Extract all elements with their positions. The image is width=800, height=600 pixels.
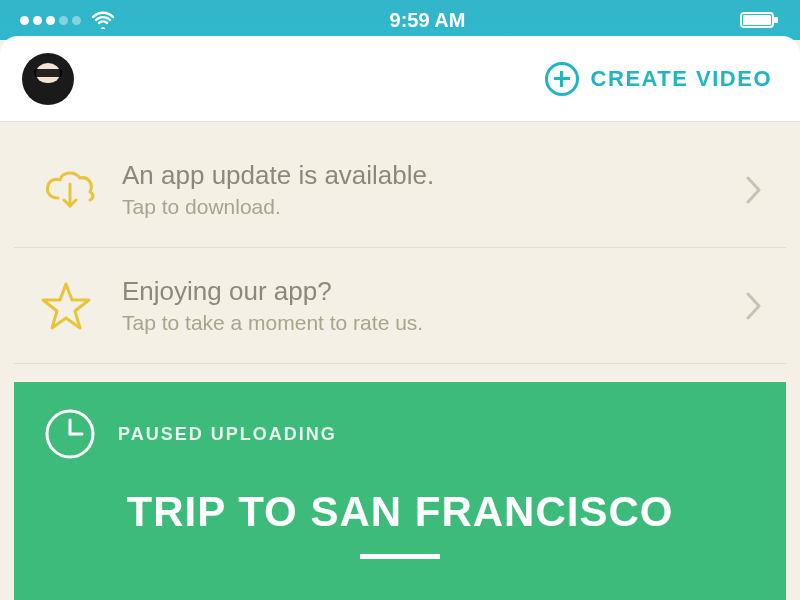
cloud-download-icon bbox=[40, 168, 110, 212]
upload-card[interactable]: PAUSED UPLOADING TRIP TO SAN FRANCISCO bbox=[14, 382, 786, 600]
notice-text: Enjoying our app? Tap to take a moment t… bbox=[110, 276, 744, 335]
battery-icon bbox=[740, 11, 780, 29]
create-video-label: CREATE VIDEO bbox=[591, 66, 772, 92]
upload-status-label: PAUSED UPLOADING bbox=[118, 424, 337, 445]
upload-card-header: PAUSED UPLOADING bbox=[44, 408, 756, 460]
title-underline bbox=[360, 554, 440, 559]
notice-subtitle: Tap to take a moment to rate us. bbox=[122, 311, 744, 335]
plus-circle-icon bbox=[545, 62, 579, 96]
upload-title: TRIP TO SAN FRANCISCO bbox=[44, 488, 756, 536]
chevron-right-icon bbox=[744, 289, 764, 323]
chevron-right-icon bbox=[744, 173, 764, 207]
status-left bbox=[20, 11, 115, 29]
status-time: 9:59 AM bbox=[390, 9, 466, 32]
clock-icon bbox=[44, 408, 96, 460]
rate-app-row[interactable]: Enjoying our app? Tap to take a moment t… bbox=[14, 248, 786, 364]
notice-title: Enjoying our app? bbox=[122, 276, 744, 307]
svg-rect-1 bbox=[774, 17, 778, 23]
signal-dots-icon bbox=[20, 16, 81, 25]
app-header: CREATE VIDEO bbox=[0, 36, 800, 122]
svg-rect-2 bbox=[743, 15, 771, 25]
notice-text: An app update is available. Tap to downl… bbox=[110, 160, 744, 219]
status-right bbox=[740, 11, 780, 29]
status-bar: 9:59 AM bbox=[0, 0, 800, 40]
star-icon bbox=[40, 281, 110, 331]
notice-title: An app update is available. bbox=[122, 160, 744, 191]
update-available-row[interactable]: An app update is available. Tap to downl… bbox=[14, 132, 786, 248]
svg-marker-4 bbox=[43, 284, 89, 328]
notice-subtitle: Tap to download. bbox=[122, 195, 744, 219]
avatar[interactable] bbox=[22, 53, 74, 105]
wifi-icon bbox=[91, 11, 115, 29]
content-area: An app update is available. Tap to downl… bbox=[0, 132, 800, 600]
create-video-button[interactable]: CREATE VIDEO bbox=[545, 62, 772, 96]
